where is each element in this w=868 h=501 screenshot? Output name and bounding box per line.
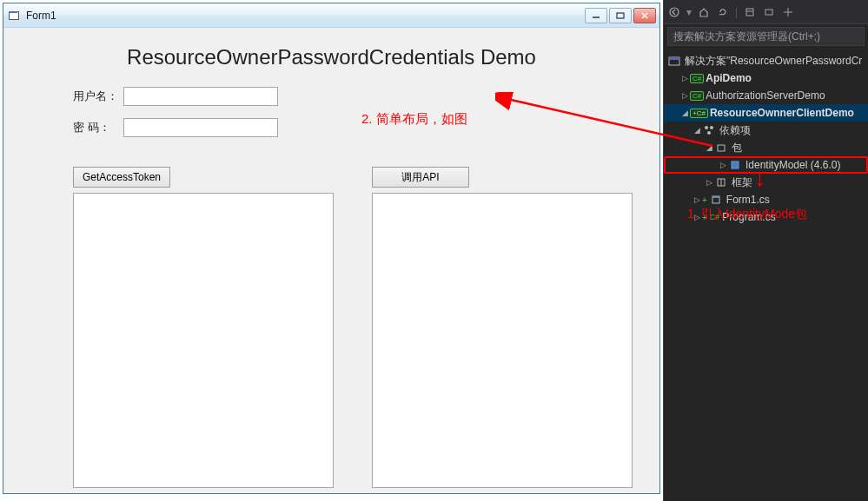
solution-toolbar: ▾ | [664,0,868,24]
window-controls [585,8,656,23]
dependencies-node[interactable]: ◢ 依赖项 [664,122,868,139]
username-row: 用户名： [73,87,642,106]
token-output-box[interactable] [73,193,334,488]
properties-icon[interactable] [781,5,795,19]
svg-rect-19 [732,162,739,168]
show-all-icon[interactable] [743,5,757,19]
project-label: AuthorizationServerDemo [706,89,868,102]
svg-rect-23 [712,196,719,198]
project-apidemo[interactable]: ▷ C# ApiDemo [664,69,868,87]
call-api-button[interactable]: 调用API [372,167,469,188]
annotation-1: 1. 引入IdentityMode包 [687,207,807,222]
down-arrow-icon: ↓ [754,165,765,192]
window-title: Form1 [26,10,585,22]
svg-point-6 [670,8,679,16]
solution-icon [667,54,681,68]
file-label: Form1.cs [726,194,868,206]
collapse-icon[interactable]: ◢ [704,143,714,152]
project-clientdemo[interactable]: ◢ +C# ResourceOwnnerClientDemo [664,104,868,122]
package-folder-icon [714,141,728,155]
svg-marker-7 [719,14,721,16]
password-row: 密 码： [73,118,642,137]
close-button[interactable] [633,8,656,23]
svg-point-15 [705,126,708,129]
solution-search-input[interactable]: 搜索解决方案资源管理器(Ctrl+;) [667,27,865,46]
csharp-badge-icon: +C# [690,109,708,118]
maximize-button[interactable] [609,8,632,23]
identitymodel-package[interactable]: ▷ IdentityModel (4.6.0) [664,156,868,174]
solution-label: 解决方案"ResourceOwnerPasswordCr [685,54,868,69]
expand-icon[interactable]: ▷ [718,161,728,169]
annotation-2: 2. 简单布局，如图 [361,111,467,128]
back-icon[interactable] [667,5,681,19]
packages-node[interactable]: ◢ 包 [664,139,868,156]
expand-icon[interactable]: ▷ [704,178,714,187]
titlebar[interactable]: Form1 [3,3,659,28]
frameworks-node[interactable]: ▷ 框架 [664,174,868,191]
solution-node[interactable]: 解决方案"ResourceOwnerPasswordCr [664,52,868,69]
form1-window: Form1 ResourceOwnerPasswordCredentials D… [3,3,660,494]
svg-rect-8 [746,9,753,16]
form-icon [7,9,21,23]
project-label: ApiDemo [706,72,868,84]
refresh-icon[interactable] [762,5,776,19]
svg-rect-18 [718,145,725,151]
project-authserver[interactable]: ▷ C# AuthorizationServerDemo [664,87,868,104]
home-icon[interactable] [697,5,711,19]
password-label: 密 码： [73,120,123,135]
svg-point-16 [710,126,713,129]
packages-label: 包 [732,141,868,155]
expand-icon[interactable]: ▷ [679,91,690,100]
nuget-package-icon [728,158,742,172]
svg-rect-10 [765,10,772,15]
dependencies-icon [702,123,716,137]
username-input[interactable] [123,87,278,106]
svg-rect-14 [669,57,679,60]
minimize-button[interactable] [585,8,607,23]
csharp-badge-icon: C# [690,91,704,101]
csharp-badge-icon: C# [690,74,704,83]
svg-point-17 [707,131,711,135]
expand-icon[interactable]: ▷ [679,74,690,82]
solution-tree: 解决方案"ResourceOwnerPasswordCr ▷ C# ApiDem… [664,49,868,229]
dependencies-label: 依赖项 [719,123,868,138]
api-output-box[interactable] [372,193,633,488]
framework-icon [714,175,728,189]
solution-explorer-panel: ▾ | 搜索解决方案资源管理器(Ctrl+;) 解决方案"ResourceOwn… [663,0,868,501]
collapse-icon[interactable]: ◢ [679,109,690,117]
svg-rect-1 [617,13,624,18]
frameworks-label: 框架 [732,175,868,190]
password-input[interactable] [123,118,278,137]
form-file-icon [709,193,723,207]
page-title: ResourceOwnerPasswordCredentials Demo [21,45,642,69]
project-label: ResourceOwnnerClientDemo [710,107,868,119]
get-access-token-button[interactable]: GetAccessToken [73,167,170,188]
form1-file[interactable]: ▷ + Form1.cs [664,191,868,208]
add-marker-icon: + [702,195,707,205]
collapse-icon[interactable]: ◢ [692,126,702,135]
sync-icon[interactable] [716,5,730,19]
expand-icon[interactable]: ▷ [692,195,702,204]
username-label: 用户名： [73,89,123,104]
form-body: ResourceOwnerPasswordCredentials Demo 用户… [3,28,659,493]
